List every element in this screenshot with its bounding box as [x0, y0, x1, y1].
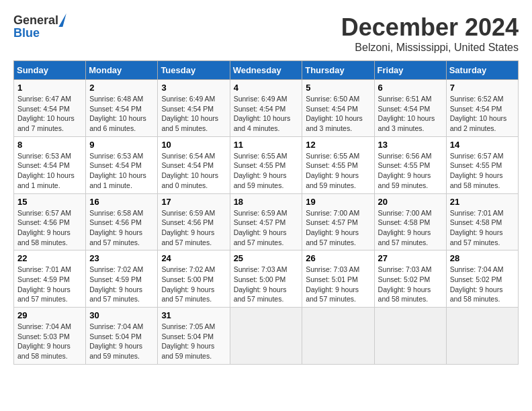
- day-info: Sunrise: 7:03 AMSunset: 5:00 PMDaylight:…: [234, 265, 299, 304]
- calendar-day-cell: 20Sunrise: 7:00 AMSunset: 4:58 PMDayligh…: [374, 193, 446, 250]
- calendar-day-cell: 15Sunrise: 6:57 AMSunset: 4:56 PMDayligh…: [14, 193, 86, 250]
- day-info: Sunrise: 7:05 AMSunset: 5:04 PMDaylight:…: [161, 322, 226, 361]
- day-info: Sunrise: 6:48 AMSunset: 4:54 PMDaylight:…: [89, 94, 154, 134]
- day-number: 14: [450, 140, 515, 150]
- day-info: Sunrise: 7:02 AMSunset: 4:59 PMDaylight:…: [89, 265, 154, 304]
- day-number: 8: [17, 140, 82, 150]
- calendar-day-cell: 3Sunrise: 6:49 AMSunset: 4:54 PMDaylight…: [158, 80, 230, 137]
- day-info: Sunrise: 6:59 AMSunset: 4:57 PMDaylight:…: [234, 208, 299, 248]
- day-number: 9: [89, 140, 154, 150]
- day-number: 26: [306, 253, 370, 263]
- day-info: Sunrise: 6:57 AMSunset: 4:55 PMDaylight:…: [450, 151, 515, 191]
- day-info: Sunrise: 6:50 AMSunset: 4:54 PMDaylight:…: [306, 94, 370, 134]
- day-number: 2: [89, 83, 154, 93]
- weekday-header-sunday: Sunday: [14, 61, 86, 80]
- day-number: 29: [17, 310, 82, 320]
- day-number: 31: [161, 310, 226, 320]
- logo: General Blue: [13, 13, 64, 39]
- calendar-day-cell: 18Sunrise: 6:59 AMSunset: 4:57 PMDayligh…: [230, 193, 302, 250]
- day-number: 17: [161, 197, 226, 207]
- day-number: 24: [161, 253, 226, 263]
- day-number: 27: [378, 253, 443, 263]
- day-number: 23: [89, 253, 154, 263]
- day-info: Sunrise: 7:04 AMSunset: 5:03 PMDaylight:…: [17, 322, 82, 361]
- day-info: Sunrise: 7:00 AMSunset: 4:58 PMDaylight:…: [378, 208, 443, 248]
- day-number: 1: [17, 83, 82, 93]
- calendar-week-row: 1Sunrise: 6:47 AMSunset: 4:54 PMDaylight…: [14, 80, 519, 137]
- calendar-week-row: 22Sunrise: 7:01 AMSunset: 4:59 PMDayligh…: [14, 250, 519, 308]
- calendar-day-cell: 5Sunrise: 6:50 AMSunset: 4:54 PMDaylight…: [302, 80, 374, 137]
- calendar-day-cell: 8Sunrise: 6:53 AMSunset: 4:54 PMDaylight…: [14, 136, 86, 193]
- calendar-day-cell: 14Sunrise: 6:57 AMSunset: 4:55 PMDayligh…: [446, 136, 518, 193]
- day-info: Sunrise: 7:03 AMSunset: 5:02 PMDaylight:…: [378, 265, 443, 304]
- weekday-header-friday: Friday: [374, 61, 446, 80]
- calendar-day-cell: 28Sunrise: 7:04 AMSunset: 5:02 PMDayligh…: [446, 250, 518, 308]
- calendar-week-row: 29Sunrise: 7:04 AMSunset: 5:03 PMDayligh…: [14, 308, 519, 365]
- day-info: Sunrise: 6:51 AMSunset: 4:54 PMDaylight:…: [378, 94, 443, 134]
- calendar-day-cell: 29Sunrise: 7:04 AMSunset: 5:03 PMDayligh…: [14, 308, 86, 365]
- calendar-day-cell: 11Sunrise: 6:55 AMSunset: 4:55 PMDayligh…: [230, 136, 302, 193]
- weekday-header-wednesday: Wednesday: [230, 61, 302, 80]
- day-info: Sunrise: 7:04 AMSunset: 5:02 PMDaylight:…: [450, 265, 515, 304]
- calendar-week-row: 8Sunrise: 6:53 AMSunset: 4:54 PMDaylight…: [14, 136, 519, 193]
- header: General Blue December 2024 Belzoni, Miss…: [13, 13, 519, 54]
- day-number: 15: [17, 197, 82, 207]
- calendar-day-cell: 13Sunrise: 6:56 AMSunset: 4:55 PMDayligh…: [374, 136, 446, 193]
- day-number: 16: [89, 197, 154, 207]
- calendar-day-cell: 17Sunrise: 6:59 AMSunset: 4:56 PMDayligh…: [158, 193, 230, 250]
- day-info: Sunrise: 7:03 AMSunset: 5:01 PMDaylight:…: [306, 265, 370, 304]
- title-area: December 2024 Belzoni, Mississippi, Unit…: [341, 13, 519, 54]
- weekday-header-saturday: Saturday: [446, 61, 518, 80]
- day-number: 21: [450, 197, 515, 207]
- calendar-day-cell: 9Sunrise: 6:53 AMSunset: 4:54 PMDaylight…: [86, 136, 158, 193]
- weekday-header-monday: Monday: [86, 61, 158, 80]
- day-info: Sunrise: 6:49 AMSunset: 4:54 PMDaylight:…: [234, 94, 299, 134]
- day-info: Sunrise: 7:00 AMSunset: 4:57 PMDaylight:…: [306, 208, 370, 248]
- calendar-day-cell: 31Sunrise: 7:05 AMSunset: 5:04 PMDayligh…: [158, 308, 230, 365]
- calendar-week-row: 15Sunrise: 6:57 AMSunset: 4:56 PMDayligh…: [14, 193, 519, 250]
- calendar-day-cell: 4Sunrise: 6:49 AMSunset: 4:54 PMDaylight…: [230, 80, 302, 137]
- day-number: 7: [450, 83, 515, 93]
- logo-blue: Blue: [13, 27, 40, 39]
- day-number: 19: [306, 197, 370, 207]
- calendar-day-cell: 10Sunrise: 6:54 AMSunset: 4:54 PMDayligh…: [158, 136, 230, 193]
- calendar-day-cell: 22Sunrise: 7:01 AMSunset: 4:59 PMDayligh…: [14, 250, 86, 308]
- empty-cell: [374, 308, 446, 365]
- weekday-header-tuesday: Tuesday: [158, 61, 230, 80]
- day-number: 12: [306, 140, 370, 150]
- day-info: Sunrise: 7:01 AMSunset: 4:59 PMDaylight:…: [17, 265, 82, 304]
- calendar-day-cell: 25Sunrise: 7:03 AMSunset: 5:00 PMDayligh…: [230, 250, 302, 308]
- day-info: Sunrise: 7:04 AMSunset: 5:04 PMDaylight:…: [89, 322, 154, 361]
- day-info: Sunrise: 6:53 AMSunset: 4:54 PMDaylight:…: [17, 151, 82, 191]
- day-info: Sunrise: 6:54 AMSunset: 4:54 PMDaylight:…: [161, 151, 226, 191]
- day-info: Sunrise: 7:02 AMSunset: 5:00 PMDaylight:…: [161, 265, 226, 304]
- day-info: Sunrise: 6:49 AMSunset: 4:54 PMDaylight:…: [161, 94, 226, 134]
- logo-general: General: [13, 14, 58, 26]
- calendar-header-row: SundayMondayTuesdayWednesdayThursdayFrid…: [14, 61, 519, 80]
- day-number: 6: [378, 83, 443, 93]
- calendar-day-cell: 24Sunrise: 7:02 AMSunset: 5:00 PMDayligh…: [158, 250, 230, 308]
- empty-cell: [302, 308, 374, 365]
- day-number: 4: [234, 83, 299, 93]
- day-info: Sunrise: 6:58 AMSunset: 4:56 PMDaylight:…: [89, 208, 154, 248]
- day-number: 18: [234, 197, 299, 207]
- day-number: 28: [450, 253, 515, 263]
- day-number: 11: [234, 140, 299, 150]
- calendar-day-cell: 30Sunrise: 7:04 AMSunset: 5:04 PMDayligh…: [86, 308, 158, 365]
- calendar-day-cell: 16Sunrise: 6:58 AMSunset: 4:56 PMDayligh…: [86, 193, 158, 250]
- calendar-day-cell: 6Sunrise: 6:51 AMSunset: 4:54 PMDaylight…: [374, 80, 446, 137]
- day-number: 5: [306, 83, 370, 93]
- calendar-day-cell: 23Sunrise: 7:02 AMSunset: 4:59 PMDayligh…: [86, 250, 158, 308]
- calendar-day-cell: 12Sunrise: 6:55 AMSunset: 4:55 PMDayligh…: [302, 136, 374, 193]
- day-number: 22: [17, 253, 82, 263]
- calendar-day-cell: 7Sunrise: 6:52 AMSunset: 4:54 PMDaylight…: [446, 80, 518, 137]
- calendar-day-cell: 1Sunrise: 6:47 AMSunset: 4:54 PMDaylight…: [14, 80, 86, 137]
- calendar-day-cell: 2Sunrise: 6:48 AMSunset: 4:54 PMDaylight…: [86, 80, 158, 137]
- calendar-day-cell: 27Sunrise: 7:03 AMSunset: 5:02 PMDayligh…: [374, 250, 446, 308]
- day-info: Sunrise: 6:59 AMSunset: 4:56 PMDaylight:…: [161, 208, 226, 248]
- day-info: Sunrise: 6:55 AMSunset: 4:55 PMDaylight:…: [306, 151, 370, 191]
- empty-cell: [446, 308, 518, 365]
- calendar-day-cell: 19Sunrise: 7:00 AMSunset: 4:57 PMDayligh…: [302, 193, 374, 250]
- day-number: 20: [378, 197, 443, 207]
- day-number: 30: [89, 310, 154, 320]
